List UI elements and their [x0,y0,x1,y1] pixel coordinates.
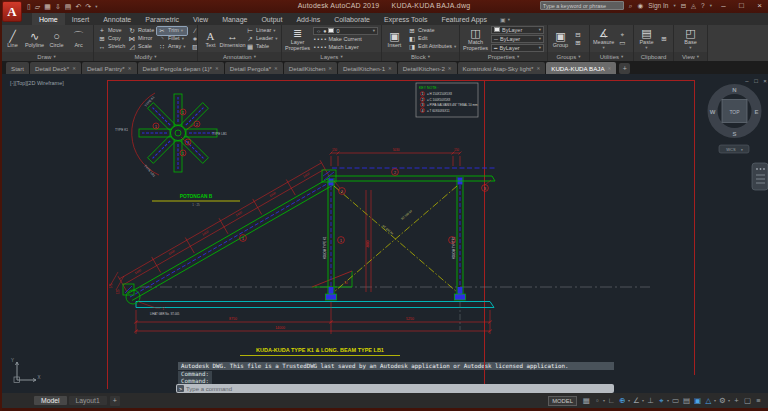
close-icon[interactable]: ✕ [328,66,332,71]
tool-copy[interactable]: ⊞Copy [97,35,127,43]
tool-match-layer[interactable]: ▪ ▪ ▪ ▪Match Layer [313,44,378,51]
tool-stretch[interactable]: ↔Stretch [97,43,127,51]
ribbon-tab-parametric[interactable]: Parametric [138,13,186,25]
tool-group[interactable]: ▣Group [551,30,570,48]
layer-dropdown[interactable]: ☼ ● 0 ▾ [313,27,378,35]
close-button[interactable]: × [753,1,766,10]
tool-hatch[interactable]: ▨▾ [91,43,93,50]
autoscale-icon[interactable]: △ [704,395,713,406]
transparency-icon[interactable]: ▤ [682,395,691,406]
tool-edit-block[interactable]: ◧Edit [407,35,457,42]
lineweight-icon[interactable]: ▭ [671,395,680,406]
tool-text[interactable]: AText [201,30,220,48]
ribbon-tab-addins[interactable]: Add-ins [289,13,327,25]
tool-dimension[interactable]: ↔Dimension [223,30,242,48]
sign-in-link[interactable]: Sign In [648,2,668,9]
tool-arc[interactable]: ⌒Arc [69,30,88,48]
chevron-down-icon[interactable]: ▾ [603,398,605,403]
ortho-icon[interactable]: ∟ [607,395,616,406]
tool-table[interactable]: ▦Table [245,43,278,50]
tool-make-current[interactable]: ▪ ▪ ▪ ▪Make Current [313,36,378,43]
tool-insert[interactable]: ▣Insert [385,30,404,48]
file-tab-konstruksi-atap[interactable]: Konstruksi Atap-Sky light*✕ [458,62,546,74]
file-tab-detail-deck[interactable]: Detail Deck*✕ [30,62,81,74]
workspace-gear-icon[interactable]: ⚙ [718,395,727,406]
file-tab-detail-pergola[interactable]: Detail Pergola*✕ [225,62,283,74]
viewcube[interactable]: N W E S TOP WCS ▾ [710,87,759,154]
doc-minimize-icon[interactable]: – [745,78,749,84]
viewport-control[interactable]: [-][Top][2D Wireframe] [10,80,64,86]
help-icon[interactable]: ? [701,2,705,9]
ribbon-tab-view[interactable]: View [186,13,215,25]
tool-base[interactable]: ◰Base▾ [681,27,700,50]
viewcube-east[interactable]: E [754,109,758,115]
ribbon-tab-express-tools[interactable]: Express Tools [377,13,434,25]
snap-icon[interactable]: ▫ [593,395,602,406]
share-icon[interactable]: ◬ [691,2,696,10]
tool-trim[interactable]: ✂Trim▾ [157,27,187,35]
tool-fillet[interactable]: ◝Fillet▾ [157,35,187,43]
close-icon[interactable]: ✕ [72,66,76,71]
file-tab-kuda-kuda-baja[interactable]: KUDA-KUDA BAJA✕ [546,62,616,74]
tool-create-block[interactable]: ⊞Create [407,27,457,34]
tool-match-properties[interactable]: ◫MatchProperties [463,27,488,51]
ribbon-tab-home[interactable]: Home [32,13,65,25]
panel-label-draw[interactable]: Draw▾ [0,52,93,61]
file-tab-detailkitchen-1[interactable]: DetailKitchen-1✕ [338,62,397,74]
close-icon[interactable]: ✕ [128,66,132,71]
user-icon[interactable]: ◉ [637,2,643,10]
command-input-placeholder[interactable]: Type a command [186,386,232,392]
panel-label-annotation[interactable]: Annotation▾ [198,52,281,61]
tool-layer-properties[interactable]: ≣LayerProperties [285,27,310,51]
new-drawing-tab-button[interactable]: + [619,63,630,74]
tool-line[interactable]: ╱Line [3,30,22,48]
close-icon[interactable]: ✕ [536,66,540,71]
tool-offset[interactable]: ▨ [190,43,197,50]
panel-label-layers[interactable]: Layers▾ [282,52,381,61]
panel-label-groups[interactable]: Groups▾ [548,52,589,61]
new-layout-button[interactable]: + [110,396,120,406]
lineweight-dropdown[interactable]: ─ByLayer▾ [491,35,544,43]
tool-mirror[interactable]: ⋈Mirror [127,35,157,43]
tool-circle[interactable]: ○Circle [47,30,66,48]
osnap-icon[interactable]: ⌖ [657,395,666,406]
layout1-tab[interactable]: Layout1 [69,396,107,405]
isolate-objects-icon[interactable]: ▢ [743,395,752,406]
file-tab-start[interactable]: Start [6,62,29,74]
isodraft-icon[interactable]: ∠ [632,395,641,406]
viewcube-west[interactable]: W [710,109,716,115]
viewcube-north[interactable]: N [732,87,736,93]
close-icon[interactable]: ✕ [215,66,219,71]
ribbon-tab-annotate[interactable]: Annotate [96,13,138,25]
customization-icon[interactable]: ≡ [754,395,763,406]
tool-linear[interactable]: ⊢Linear▾ [245,27,278,34]
grid-icon[interactable]: ▦ [582,395,591,406]
file-tab-detail-pantry[interactable]: Detail Pantry*✕ [82,62,137,74]
chevron-down-icon[interactable]: ▾ [667,398,669,403]
sign-in-caret-icon[interactable]: ▾ [673,3,675,8]
osnap-tracking-icon[interactable]: ⊥ [646,395,655,406]
tool-leader[interactable]: ↗Leader▾ [245,35,278,42]
tool-explode[interactable]: ∗ [190,35,197,42]
annotation-visibility-icon[interactable]: ▣ [693,395,702,406]
file-tab-detail-pergola-depan[interactable]: Detail Pergola depan (1)*✕ [138,62,224,74]
tool-copy-clip[interactable]: ⊞ [659,35,669,42]
minimize-button[interactable]: – [717,1,730,10]
tool-polyline[interactable]: ∿Polyline [25,30,44,48]
tool-edit-attributes[interactable]: ◨Edit Attributes▾ [407,43,457,50]
close-icon[interactable]: ✕ [608,66,612,71]
chevron-down-icon[interactable]: ▾ [714,398,716,403]
doc-close-icon[interactable]: × [763,78,767,84]
object-color-dropdown[interactable]: ByLayer▾ [491,26,544,34]
model-space-canvas[interactable]: [-][Top][2D Wireframe] – □ × TYPE K1 TYP… [0,74,768,393]
viewcube-south[interactable]: S [732,131,736,137]
tool-rectangle[interactable]: ▭▾ [91,27,93,34]
polar-tracking-icon[interactable]: ⊕ [618,395,627,406]
tool-ungroup[interactable]: ⊟ [573,31,583,38]
ribbon-tab-insert[interactable]: Insert [65,13,97,25]
panel-label-properties[interactable]: Properties▾ [460,52,547,61]
chevron-down-icon[interactable]: ▾ [728,398,730,403]
close-icon[interactable]: ✕ [388,66,392,71]
model-tab[interactable]: Model [34,396,67,405]
ribbon-tab-featured-apps[interactable]: Featured Apps [434,13,494,25]
